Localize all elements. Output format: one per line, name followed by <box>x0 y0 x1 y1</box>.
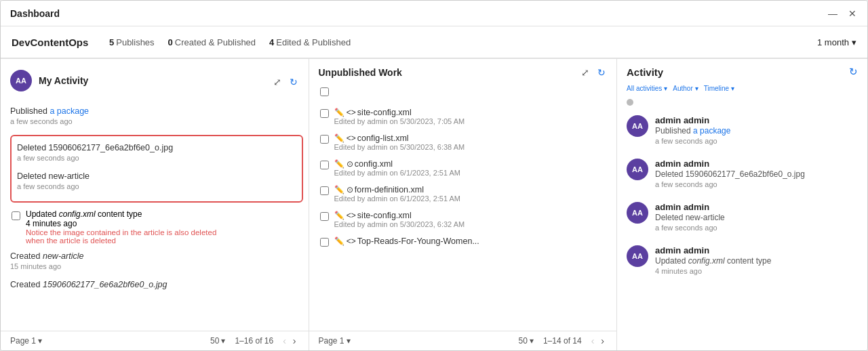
file-row-2: ✏️ ⊙config.xml Edited by admin on 6/1/20… <box>319 155 612 181</box>
act-time-2: a few seconds ago <box>655 224 858 232</box>
activity-entry-created-article: Created new-article 15 minutes ago <box>10 249 303 277</box>
per-page-chevron: ▾ <box>221 336 225 346</box>
time-filter[interactable]: 1 month ▾ <box>817 37 856 47</box>
file-name-2: ✏️ ⊙config.xml <box>334 159 461 169</box>
highlighted-section: Deleted 15906062177_6e6a2bf6e0_o.jpg a f… <box>10 135 303 203</box>
my-activity-footer: Page 1 ▾ 50 ▾ 1–16 of 16 ‹ › <box>1 331 309 350</box>
filter-timeline[interactable]: Timeline ▾ <box>704 85 734 92</box>
stat-publishes: 5Publishes <box>109 37 155 47</box>
file-checkbox-0[interactable] <box>320 109 329 118</box>
file-meta-0: Edited by admin on 5/30/2023, 7:05 AM <box>334 117 465 125</box>
activity-content-0: admin admin Published a package a few se… <box>655 115 858 145</box>
minimize-button[interactable]: — <box>827 8 839 19</box>
page-range: 1–16 of 16 <box>235 336 273 346</box>
my-activity-title: My Activity <box>39 75 88 86</box>
config-entry: Updated config.xml content type 4 minute… <box>26 209 229 245</box>
activity-item-0: AA admin admin Published a package a few… <box>627 108 858 152</box>
filter-bar: All activities ▾ Author ▾ Timeline ▾ <box>617 82 867 98</box>
dashboard-window: Dashboard — ✕ DevContentOps 5Publishes 0… <box>0 0 868 351</box>
my-activity-body: Published a package a few seconds ago De… <box>1 104 309 331</box>
activity-entry-deleted-article: Deleted new-article a few seconds ago <box>17 169 296 197</box>
act-time-3: 4 minutes ago <box>655 267 858 275</box>
avatar-circle-2: AA <box>627 202 648 224</box>
activity-avatar-0: AA <box>627 115 648 145</box>
sidebar-refresh-button[interactable]: ↻ <box>849 66 858 78</box>
act-name-2: admin admin <box>655 202 858 212</box>
file-checkbox-1[interactable] <box>320 135 329 144</box>
unpublished-next-button[interactable]: › <box>598 335 607 346</box>
activity-item-2: AA admin admin Deleted new-article a few… <box>627 195 858 239</box>
filter-all-activities[interactable]: All activities ▾ <box>627 85 667 92</box>
expand-icon[interactable]: ⤢ <box>272 75 283 89</box>
unpublished-per-page: 50 <box>519 336 528 346</box>
activity-avatar-3: AA <box>627 245 648 275</box>
nav-btns: ‹ › <box>280 335 298 346</box>
expand-icon-unpublished[interactable]: ⤢ <box>580 66 591 79</box>
unpublished-title: Unpublished Work <box>319 67 402 78</box>
unpublished-actions: ⤢ ↻ <box>580 66 607 79</box>
file-name-0: ✏️ <>site-config.xml <box>334 108 465 117</box>
unpublished-body: ✏️ <>site-config.xml Edited by admin on … <box>309 85 617 331</box>
action-text-created-image: Created 15906062177_6e6a2bf6e0_o.jpg <box>10 280 303 289</box>
page-select[interactable]: Page 1 ▾ <box>10 336 42 346</box>
stat-created-label: Created & Published <box>175 37 256 47</box>
time-deleted-image: a few seconds ago <box>17 154 296 162</box>
page-label: Page 1 <box>10 336 36 346</box>
time-text: a few seconds ago <box>10 117 303 125</box>
avatar-circle-0: AA <box>627 115 648 137</box>
config-checkbox[interactable] <box>12 211 20 220</box>
unpublished-prev-button[interactable]: ‹ <box>589 335 597 346</box>
unpublished-footer: Page 1 ▾ 50 ▾ 1–14 of 14 ‹ › <box>309 331 617 350</box>
filter-author[interactable]: Author ▾ <box>673 85 698 92</box>
refresh-icon[interactable]: ↻ <box>288 75 299 89</box>
refresh-icon-unpublished[interactable]: ↻ <box>596 66 607 79</box>
close-button[interactable]: ✕ <box>847 8 858 19</box>
unpublished-page-select[interactable]: Page 1 ▾ <box>319 336 351 346</box>
filter-timeline-label: Timeline <box>704 85 729 92</box>
file-name-4: ✏️ <>site-config.xml <box>334 211 465 220</box>
activity-content-2: admin admin Deleted new-article a few se… <box>655 202 858 232</box>
act-time-1: a few seconds ago <box>655 180 858 188</box>
file-checkbox-3[interactable] <box>320 186 329 195</box>
prev-page-button[interactable]: ‹ <box>280 335 289 346</box>
act-desc-3: Updated config.xml content type <box>655 256 858 266</box>
time-created-article: 15 minutes ago <box>10 262 303 270</box>
file-entry-2: ✏️ ⊙config.xml Edited by admin on 6/1/20… <box>334 159 461 177</box>
next-page-button[interactable]: › <box>290 335 299 346</box>
file-entry-3: ✏️ ⊙form-definition.xml Edited by admin … <box>334 185 461 203</box>
sidebar-title: Activity <box>627 66 663 78</box>
select-all-checkbox[interactable] <box>320 87 329 96</box>
filter-all-chevron: ▾ <box>664 85 667 92</box>
file-entry-4: ✏️ <>site-config.xml Edited by admin on … <box>334 211 465 228</box>
file-row-0: ✏️ <>site-config.xml Edited by admin on … <box>319 104 612 129</box>
act-name-1: admin admin <box>655 159 858 169</box>
page-chevron-icon: ▾ <box>38 336 42 346</box>
title-bar: Dashboard — ✕ <box>1 1 867 26</box>
act-name-0: admin admin <box>655 115 858 125</box>
package-link[interactable]: a package <box>50 106 89 116</box>
file-row-1: ✏️ <>config-list.xml Edited by admin on … <box>319 129 612 155</box>
act-link-0[interactable]: a package <box>693 126 730 136</box>
file-row-4: ✏️ <>site-config.xml Edited by admin on … <box>319 207 612 232</box>
sidebar-header: Activity ↻ <box>617 59 867 82</box>
unpublished-page-range: 1–14 of 14 <box>543 336 582 346</box>
stat-publishes-count: 5 <box>109 37 114 47</box>
activity-entry-published: Published a package a few seconds ago <box>10 104 303 132</box>
action-text-deleted-image: Deleted 15906062177_6e6a2bf6e0_o.jpg <box>17 143 296 152</box>
act-time-0: a few seconds ago <box>655 137 858 145</box>
activity-avatar-1: AA <box>627 159 648 188</box>
window-controls: — ✕ <box>827 8 858 19</box>
config-italic: config.xml <box>59 209 96 219</box>
file-checkbox-4[interactable] <box>320 212 329 221</box>
stat-edited-count: 4 <box>269 37 274 47</box>
file-checkbox-5[interactable] <box>320 238 329 247</box>
per-page-select[interactable]: 50 ▾ <box>210 336 225 346</box>
file-checkbox-2[interactable] <box>320 161 329 169</box>
activity-item-1: AA admin admin Deleted 15906062177_6e6a2… <box>627 152 858 195</box>
file-icon-0: ✏️ <> <box>334 108 356 117</box>
unpublished-per-page-select[interactable]: 50 ▾ <box>519 336 534 346</box>
image-italic: 15906062177_6e6a2bf6e0_o.jpg <box>43 280 167 289</box>
sidebar-body: AA admin admin Published a package a few… <box>617 98 867 350</box>
warning-text: Notice the image contained in the articl… <box>26 228 229 245</box>
activity-content-1: admin admin Deleted 15906062177_6e6a2bf6… <box>655 159 858 188</box>
